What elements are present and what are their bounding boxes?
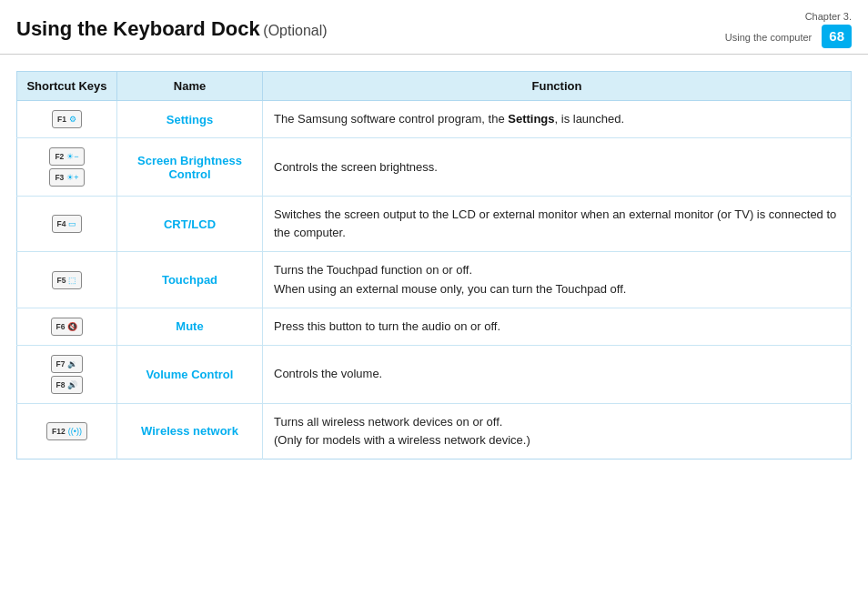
table-row: F12((•))Wireless networkTurns all wirele… (17, 403, 852, 459)
key-icon: F3☀+ (49, 168, 84, 187)
key-icon: F12((•)) (46, 422, 87, 440)
name-cell: CRT/LCD (117, 197, 263, 252)
table-row: F1⚙SettingsThe Samsung software control … (17, 101, 852, 138)
name-cell: Wireless network (117, 403, 263, 459)
name-cell: Settings (117, 101, 263, 138)
function-cell: Turns the Touchpad function on or off.Wh… (263, 252, 852, 308)
main-content: Shortcut Keys Name Function F1⚙SettingsT… (0, 55, 868, 476)
function-cell: Controls the volume. (263, 345, 852, 403)
col-header-name: Name (117, 72, 263, 101)
function-cell: Press this button to turn the audio on o… (263, 308, 852, 345)
table-row: F5⬚TouchpadTurns the Touchpad function o… (17, 252, 852, 308)
page-header: Using the Keyboard Dock (Optional) Chapt… (0, 0, 868, 55)
name-cell: Mute (117, 308, 263, 345)
title-optional: (Optional) (263, 23, 327, 38)
chapter-label: Chapter 3. (805, 11, 852, 22)
page-title: Using the Keyboard Dock (Optional) (16, 17, 328, 41)
table-row: F7🔉F8🔊Volume ControlControls the volume. (17, 345, 852, 403)
shortcut-cell: F1⚙ (17, 101, 117, 138)
function-cell: Switches the screen output to the LCD or… (263, 197, 852, 252)
name-cell: Touchpad (117, 252, 263, 308)
chapter-page: 68 (822, 25, 852, 49)
shortcut-cell: F12((•)) (17, 403, 117, 459)
keyboard-dock-table: Shortcut Keys Name Function F1⚙SettingsT… (16, 71, 852, 459)
table-row: F2☀−F3☀+Screen Brightness ControlControl… (17, 138, 852, 197)
key-icon: F7🔉 (51, 355, 84, 373)
name-cell: Volume Control (117, 345, 263, 403)
title-main: Using the Keyboard Dock (16, 17, 260, 40)
chapter-info: Chapter 3. Using the computer 68 (725, 9, 852, 48)
shortcut-cell: F2☀−F3☀+ (17, 138, 117, 197)
key-icon: F1⚙ (52, 110, 82, 128)
key-icon: F6🔇 (51, 318, 84, 336)
shortcut-cell: F5⬚ (17, 252, 117, 308)
name-cell: Screen Brightness Control (117, 138, 263, 197)
table-row: F6🔇MutePress this button to turn the aud… (17, 308, 852, 345)
key-icon: F2☀− (49, 147, 84, 166)
col-header-shortcut: Shortcut Keys (17, 72, 117, 101)
shortcut-cell: F4▭ (17, 197, 117, 252)
table-row: F4▭CRT/LCDSwitches the screen output to … (17, 197, 852, 252)
function-cell: Turns all wireless network devices on or… (263, 403, 852, 459)
key-icon: F8🔊 (51, 376, 84, 394)
shortcut-cell: F6🔇 (17, 308, 117, 345)
key-icon: F5⬚ (52, 271, 83, 289)
function-cell: The Samsung software control program, th… (263, 101, 852, 138)
chapter-sub: Using the computer (725, 32, 812, 43)
function-cell: Controls the screen brightness. (263, 138, 852, 197)
table-header-row: Shortcut Keys Name Function (17, 72, 852, 101)
col-header-function: Function (263, 72, 852, 101)
key-icon: F4▭ (52, 215, 83, 233)
shortcut-cell: F7🔉F8🔊 (17, 345, 117, 403)
